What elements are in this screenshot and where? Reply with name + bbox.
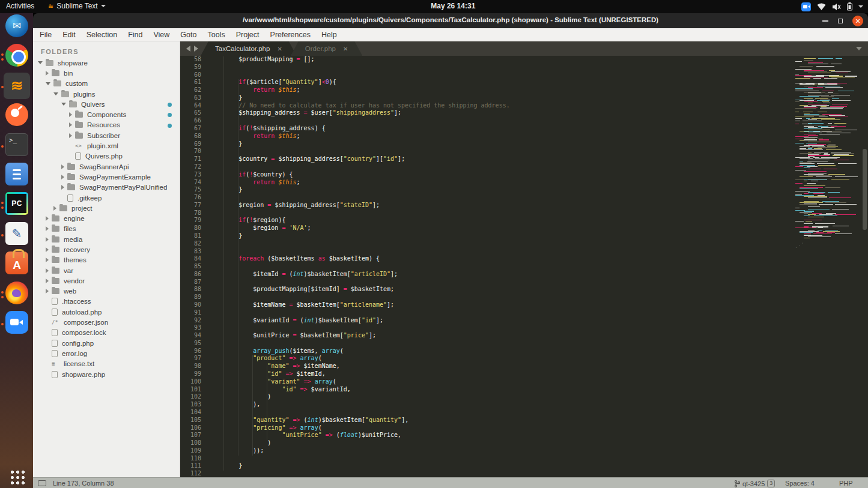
code-line[interactable]: 81 } — [180, 232, 868, 240]
menu-file[interactable]: File — [34, 31, 57, 39]
tree-item-shopware-php[interactable]: shopware.php — [33, 369, 180, 379]
code-line[interactable]: 66 — [180, 117, 868, 125]
code-line[interactable]: 79 if(!$region){ — [180, 217, 868, 224]
code-line[interactable]: 87 — [180, 279, 868, 286]
code-line[interactable]: 104 — [180, 409, 868, 417]
code-line[interactable]: 68 return $this; — [180, 133, 868, 140]
dock-item-chrome[interactable] — [0, 43, 33, 71]
tree-item-plugin-xml[interactable]: <>plugin.xml — [33, 140, 180, 151]
code-line[interactable]: 60 — [180, 71, 868, 79]
tree-item-swagpaymentexample[interactable]: SwagPaymentExample — [33, 172, 180, 182]
code-line[interactable]: 61 if($article["Quantity"]<0){ — [180, 79, 868, 86]
tree-item-var[interactable]: var — [33, 265, 180, 276]
show-applications-button[interactable] — [0, 465, 33, 488]
minimize-button[interactable] — [822, 20, 828, 22]
dock-item-ubuntu-software[interactable]: A — [0, 250, 33, 279]
code-line[interactable]: 89 — [180, 294, 868, 301]
vintage-icon[interactable] — [38, 480, 46, 486]
code-line[interactable]: 97 "product" => array( — [180, 355, 868, 363]
code-line[interactable]: 58 $productMapping = []; — [180, 56, 868, 64]
code-line[interactable]: 88 $productMapping[$itemId] = $basketIte… — [180, 286, 868, 294]
code-line[interactable]: 62 return $this; — [180, 86, 868, 94]
menu-help[interactable]: Help — [316, 31, 342, 39]
code-line[interactable]: 82 — [180, 240, 868, 248]
close-button[interactable]: ✕ — [852, 16, 863, 26]
dock-item-pycharm[interactable]: PC — [0, 191, 33, 220]
tree-item-media[interactable]: media — [33, 234, 180, 244]
collapsed-arrow-icon[interactable] — [46, 247, 49, 252]
menu-edit[interactable]: Edit — [57, 31, 81, 39]
tree-item--htaccess[interactable]: .htaccess — [33, 297, 180, 307]
code-line[interactable]: 59 — [180, 64, 868, 71]
code-line[interactable]: 74 return $this; — [180, 179, 868, 187]
code-area[interactable]: 58 $productMapping = [];59 60 61 if($art… — [180, 56, 868, 477]
tree-item-themes[interactable]: themes — [33, 255, 180, 265]
collapsed-arrow-icon[interactable] — [61, 175, 64, 179]
code-line[interactable]: 63 } — [180, 94, 868, 102]
code-line[interactable]: 67 if(!$shipping_address) { — [180, 125, 868, 133]
tree-item-autoload-php[interactable]: autoload.php — [33, 307, 180, 317]
git-branch-indicator[interactable]: qt-3425 3 — [735, 480, 775, 487]
tree-item-shopware[interactable]: shopware — [33, 58, 180, 68]
tree-item--gitkeep[interactable]: .gitkeep — [33, 193, 180, 203]
app-menu-button[interactable]: ≋ Sublime Text — [48, 2, 106, 10]
collapsed-arrow-icon[interactable] — [46, 279, 49, 283]
tree-item-files[interactable]: files — [33, 224, 180, 234]
tree-item-web[interactable]: web — [33, 286, 180, 297]
code-line[interactable]: 93 — [180, 324, 868, 332]
screen-share-indicator-icon[interactable] — [801, 2, 811, 11]
collapsed-arrow-icon[interactable] — [46, 71, 49, 76]
code-line[interactable]: 111 } — [180, 462, 868, 470]
code-line[interactable]: 105 "quantity" => (int)$basketItem["quan… — [180, 417, 868, 424]
menu-tools[interactable]: Tools — [202, 31, 230, 39]
collapsed-arrow-icon[interactable] — [46, 289, 49, 294]
code-line[interactable]: 80 $region = 'N/A'; — [180, 224, 868, 232]
collapsed-arrow-icon[interactable] — [53, 206, 56, 211]
tree-item-swagbannerapi[interactable]: SwagBannerApi — [33, 161, 180, 172]
code-line[interactable]: 95 — [180, 340, 868, 348]
dock-item-sublime-text[interactable]: ≋ — [0, 73, 33, 101]
collapsed-arrow-icon[interactable] — [46, 258, 49, 262]
menu-preferences[interactable]: Preferences — [265, 31, 316, 39]
menu-selection[interactable]: Selection — [81, 31, 123, 39]
code-line[interactable]: 76 — [180, 194, 868, 202]
tree-item-engine[interactable]: engine — [33, 213, 180, 223]
code-line[interactable]: 65 $shipping_address = $user["shippingad… — [180, 109, 868, 117]
menu-project[interactable]: Project — [231, 31, 265, 39]
activities-button[interactable]: Activities — [6, 2, 34, 10]
indentation-setting[interactable]: Spaces: 4 — [785, 480, 815, 487]
tree-item-vendor[interactable]: vendor — [33, 276, 180, 286]
dock-item-terminal[interactable]: >_ — [0, 132, 33, 161]
menu-find[interactable]: Find — [123, 31, 148, 39]
code-line[interactable]: 94 $unitPrice = $basketItem["price"]; — [180, 332, 868, 340]
code-line[interactable]: 100 "variant" => array( — [180, 378, 868, 386]
expanded-arrow-icon[interactable] — [53, 92, 58, 95]
code-line[interactable]: 108 ) — [180, 439, 868, 447]
expanded-arrow-icon[interactable] — [38, 61, 43, 64]
tab-scroll-right-icon[interactable] — [194, 46, 198, 52]
code-line[interactable]: 70 — [180, 148, 868, 155]
collapsed-arrow-icon[interactable] — [61, 185, 64, 190]
code-line[interactable]: 98 "name" => $itemName, — [180, 363, 868, 370]
restore-button[interactable] — [838, 19, 843, 23]
expanded-arrow-icon[interactable] — [46, 82, 50, 85]
system-tray[interactable] — [801, 0, 863, 13]
syntax-setting[interactable]: PHP — [839, 480, 853, 487]
minimap[interactable]: ··· — [793, 56, 860, 246]
dock-item-firefox[interactable] — [0, 280, 33, 309]
collapsed-arrow-icon[interactable] — [46, 237, 49, 242]
collapsed-arrow-icon[interactable] — [46, 226, 49, 231]
code-line[interactable]: 69 } — [180, 140, 868, 148]
tree-item-bin[interactable]: bin — [33, 68, 180, 78]
clock[interactable]: May 26 14:31 — [431, 2, 475, 10]
menu-view[interactable]: View — [148, 31, 175, 39]
tree-item-resources[interactable]: Resources — [33, 120, 180, 130]
collapsed-arrow-icon[interactable] — [69, 112, 72, 117]
code-line[interactable]: 103 ), — [180, 401, 868, 409]
collapsed-arrow-icon[interactable] — [69, 122, 72, 127]
menu-goto[interactable]: Goto — [175, 31, 202, 39]
code-line[interactable]: 112 — [180, 470, 868, 477]
tree-item-project[interactable]: project — [33, 203, 180, 213]
code-line[interactable]: 106 "pricing" => array( — [180, 424, 868, 432]
tree-item-subscriber[interactable]: Subscriber — [33, 130, 180, 140]
